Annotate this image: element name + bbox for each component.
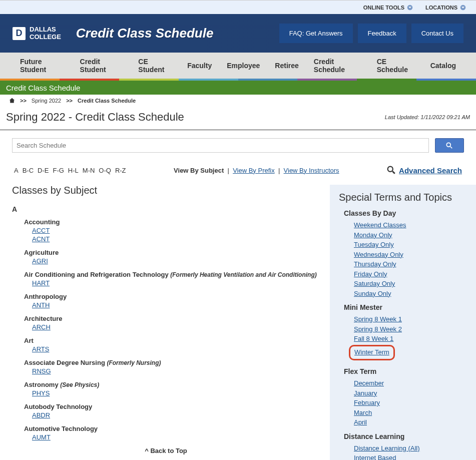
subject-name: Air Conditioning and Refrigeration Techn… — [24, 271, 170, 278]
search-row — [0, 130, 476, 161]
code-abdr[interactable]: ABDR — [32, 411, 320, 419]
logo[interactable]: D DALLAS COLLEGE — [13, 26, 61, 41]
subject-autobody: Autobody Technology ABDR — [24, 403, 320, 419]
page-header: Spring 2022 - Credit Class Schedule Last… — [0, 107, 476, 130]
link-distance-all[interactable]: Distance Learning (All) — [354, 443, 467, 453]
locations-link[interactable]: LOCATIONS — [425, 5, 466, 11]
nav-stripe — [0, 79, 476, 81]
alpha-a[interactable]: A — [14, 167, 19, 174]
highlight-winter-term: Winter Term — [349, 345, 395, 361]
link-winter-term[interactable]: Winter Term — [354, 347, 389, 357]
link-friday[interactable]: Friday Only — [354, 269, 467, 279]
link-spring8w1[interactable]: Spring 8 Week 1 — [354, 314, 467, 324]
nav-future-student[interactable]: Future Student — [20, 58, 65, 74]
sidebar-heading: Mini Mester — [344, 303, 467, 311]
back-to-top[interactable]: ^ Back to Top — [12, 447, 320, 454]
link-saturday[interactable]: Saturday Only — [354, 279, 467, 289]
subject-architecture: Architecture ARCH — [24, 315, 320, 331]
logo-mark: D — [13, 27, 26, 40]
sidebar-distance-learning: Distance Learning Distance Learning (All… — [339, 432, 467, 461]
code-acct[interactable]: ACCT — [32, 227, 320, 234]
link-fall8w1[interactable]: Fall 8 Week 1 — [354, 334, 467, 344]
link-december[interactable]: December — [354, 378, 467, 388]
alpha-oq[interactable]: O-Q — [99, 167, 111, 174]
code-rnsg[interactable]: RNSG — [32, 367, 320, 375]
subject-name: Accounting — [24, 218, 60, 226]
subject-nursing: Associate Degree Nursing (Formerly Nursi… — [24, 359, 320, 375]
section-banner: Credit Class Schedule — [0, 81, 476, 95]
code-anth[interactable]: ANTH — [32, 301, 320, 309]
subject-name: Architecture — [24, 315, 63, 322]
code-acnt[interactable]: ACNT — [32, 235, 320, 243]
nav-credit-student[interactable]: Credit Student — [80, 58, 124, 74]
alpha-fg[interactable]: F-G — [53, 167, 64, 174]
advanced-search: Advanced Search — [387, 166, 462, 175]
code-agri[interactable]: AGRI — [32, 257, 320, 265]
svg-line-3 — [450, 146, 452, 148]
link-thursday[interactable]: Thursday Only — [354, 259, 467, 269]
nav-ce-schedule[interactable]: CE Schedule — [377, 58, 415, 74]
subject-note: (Formerly Heating Ventilation and Air Co… — [170, 271, 316, 278]
link-april[interactable]: April — [354, 417, 467, 427]
sidebar-mini-mester: Mini Mester Spring 8 Week 1 Spring 8 Wee… — [339, 303, 467, 362]
link-january[interactable]: January — [354, 388, 467, 398]
sep: | — [228, 167, 229, 174]
home-icon[interactable] — [9, 98, 15, 104]
code-arts[interactable]: ARTS — [32, 345, 320, 353]
filter-row: A B-C D-E F-G H-L M-N O-Q R-Z View By Su… — [0, 161, 476, 180]
nav-catalog[interactable]: Catalog — [430, 62, 456, 70]
nav-employee[interactable]: Employee — [227, 62, 260, 70]
search-input[interactable] — [12, 138, 429, 153]
sep: | — [278, 167, 280, 174]
online-tools-label: ONLINE TOOLS — [363, 5, 404, 11]
view-by-instructors[interactable]: View By Instructors — [284, 167, 339, 174]
view-by-prefix[interactable]: View By Prefix — [233, 167, 275, 174]
contact-button[interactable]: Contact Us — [411, 24, 463, 43]
nav-credit-schedule[interactable]: Credit Schedule — [314, 58, 362, 74]
alpha-mn[interactable]: M-N — [83, 167, 95, 174]
sidebar: Special Terms and Topics Classes By Day … — [330, 185, 476, 460]
nav-ce-student[interactable]: CE Student — [138, 58, 172, 74]
subject-name: Autobody Technology — [24, 403, 92, 410]
header-buttons: FAQ: Get Answers Feedback Contact Us — [279, 24, 463, 43]
code-hart[interactable]: HART — [32, 279, 320, 287]
link-march[interactable]: March — [354, 408, 467, 418]
link-weekend[interactable]: Weekend Classes — [354, 220, 467, 230]
link-wednesday[interactable]: Wednesday Only — [354, 250, 467, 260]
alpha-de[interactable]: D-E — [38, 167, 49, 174]
nav-faculty[interactable]: Faculty — [187, 62, 212, 70]
subject-name: Anthropology — [24, 293, 67, 300]
sidebar-title: Special Terms and Topics — [339, 192, 467, 203]
link-spring8w2[interactable]: Spring 8 Week 2 — [354, 324, 467, 334]
link-monday[interactable]: Monday Only — [354, 230, 467, 240]
breadcrumb-current: Credit Class Schedule — [78, 98, 136, 104]
header-title: Credit Class Schedule — [76, 26, 214, 41]
search-button[interactable] — [435, 138, 464, 153]
alpha-hl[interactable]: H-L — [68, 167, 79, 174]
online-tools-link[interactable]: ONLINE TOOLS — [363, 5, 413, 11]
link-february[interactable]: February — [354, 398, 467, 408]
logo-line1: DALLAS — [30, 26, 61, 33]
nav-retiree[interactable]: Retiree — [275, 62, 298, 70]
breadcrumb-spring[interactable]: Spring 2022 — [32, 98, 61, 104]
link-tuesday[interactable]: Tuesday Only — [354, 240, 467, 250]
code-arch[interactable]: ARCH — [32, 323, 320, 331]
code-aumt[interactable]: AUMT — [32, 433, 320, 441]
subject-name: Associate Degree Nursing — [24, 359, 107, 366]
link-sunday[interactable]: Sunday Only — [354, 289, 467, 299]
feedback-button[interactable]: Feedback — [358, 24, 406, 43]
back-to-top-link[interactable]: ^ Back to Top — [145, 447, 187, 454]
sidebar-classes-by-day: Classes By Day Weekend Classes Monday On… — [339, 209, 467, 298]
subject-note: (Formerly Nursing) — [107, 359, 161, 366]
view-by-subject: View By Subject — [174, 167, 224, 174]
link-internet-based[interactable]: Internet Based — [354, 453, 467, 460]
subject-automotive: Automotive Technology AUMT — [24, 425, 320, 441]
code-phys[interactable]: PHYS — [32, 389, 320, 397]
subject-astronomy: Astronomy (See Physics) PHYS — [24, 381, 320, 397]
faq-button[interactable]: FAQ: Get Answers — [279, 24, 353, 43]
alpha-rz[interactable]: R-Z — [115, 167, 126, 174]
subject-note: (See Physics) — [60, 381, 99, 388]
subject-name: Art — [24, 337, 34, 344]
alpha-bc[interactable]: B-C — [23, 167, 34, 174]
advanced-search-link[interactable]: Advanced Search — [399, 166, 462, 175]
